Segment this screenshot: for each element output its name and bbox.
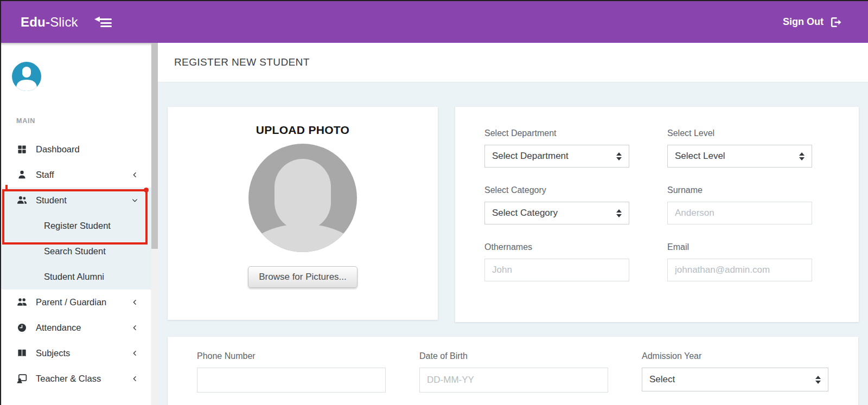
sidebar-item-label: Teacher & Class [36,374,101,384]
book-icon [16,348,28,359]
avatar-person-icon [12,62,41,91]
level-select[interactable]: Select Level [667,145,812,168]
admission-year-select[interactable]: Select [642,368,828,391]
email-input[interactable] [675,259,805,281]
sidebar-item-label: Attendance [36,323,81,333]
top-header: Edu-Slick Sign Out [1,1,868,43]
page-title: REGISTER NEW STUDENT [174,56,310,68]
dob-input-wrap [419,368,608,393]
select-arrows-icon [815,376,821,384]
photo-placeholder[interactable] [248,144,357,252]
brand-logo[interactable]: Edu-Slick [21,15,78,30]
sidebar-item-label: Dashboard [36,144,80,155]
sidebar-item-dashboard[interactable]: Dashboard [1,137,151,162]
brand-light: Slick [50,15,78,29]
top-cards-row: UPLOAD PHOTO Browse for Pictures... Sele… [168,107,859,322]
chevron-left-icon [131,324,138,331]
silhouette-head [275,159,331,230]
othernames-field-group: Othernames [484,242,629,281]
department-select-value: Select Department [492,151,569,162]
sidebar-item-teacher-class[interactable]: Teacher & Class [1,366,151,391]
dob-field-group: Date of Birth [419,351,608,405]
select-arrows-icon [799,152,805,160]
email-field-group: Email [667,242,812,281]
brand-bold: Edu- [21,15,50,29]
sidebar-section-label: MAIN [16,117,35,125]
upload-photo-title: UPLOAD PHOTO [168,124,438,137]
sidebar-scrollbar-thumb[interactable] [151,43,158,249]
sign-out-label: Sign Out [783,16,824,28]
sign-out-icon [829,16,842,29]
sidebar-collapse-button[interactable] [93,16,115,29]
phone-input[interactable] [205,368,378,392]
surname-label: Surname [667,185,812,195]
admission-year-label: Admission Year [642,351,831,361]
sign-out-button[interactable]: Sign Out [783,16,842,29]
upload-photo-card: UPLOAD PHOTO Browse for Pictures... [168,107,438,320]
sidebar-item-label: Register Student [44,221,111,231]
silhouette-torso [248,224,357,252]
sidebar-item-register-student[interactable]: Register Student [1,213,151,239]
people-group-icon [16,195,28,206]
othernames-input-wrap [484,259,629,281]
sidebar-item-label: Subjects [36,348,70,358]
othernames-label: Othernames [484,242,629,252]
sidebar-item-subjects[interactable]: Subjects [1,340,151,366]
grid-icon [16,144,28,155]
level-label: Select Level [667,128,812,138]
chevron-left-icon [131,375,138,382]
surname-field-group: Surname [667,185,812,224]
select-arrows-icon [616,152,622,160]
admission-year-field-group: Admission Year Select [642,351,831,405]
chevron-left-icon [131,299,138,306]
browse-pictures-button[interactable]: Browse for Pictures... [248,266,358,288]
student-expanded-group: Student Register Student Search Student … [1,188,151,290]
sidebar-item-parent-guardian[interactable]: Parent / Guardian [1,290,151,315]
sidebar-item-label: Parent / Guardian [36,297,106,307]
student-details-card: Select Department Select Department Sele… [455,107,859,322]
department-field-group: Select Department Select Department [484,128,629,168]
category-select-value: Select Category [492,208,558,218]
sidebar-item-staff[interactable]: Staff [1,162,151,188]
sidebar-item-search-student[interactable]: Search Student [1,239,151,264]
additional-details-card: Phone Number Date of Birth Admission Yea… [168,337,858,405]
department-label: Select Department [484,128,629,138]
sidebar-item-label: Student Alumni [44,272,104,282]
sidebar-scrollbar[interactable] [151,43,158,405]
dob-input[interactable] [427,368,601,392]
clock-icon [16,322,28,333]
select-arrows-icon [616,209,622,217]
category-label: Select Category [484,185,629,195]
content-area: UPLOAD PHOTO Browse for Pictures... Sele… [158,82,868,405]
phone-label: Phone Number [197,351,386,361]
surname-input[interactable] [675,202,805,224]
collapse-arrow-icon [93,16,115,29]
dob-label: Date of Birth [419,351,608,361]
othernames-input[interactable] [492,259,622,281]
department-select[interactable]: Select Department [484,145,629,168]
chevron-left-icon [131,171,138,178]
app-root: Edu-Slick Sign Out [0,0,868,405]
sidebar-item-student[interactable]: Student [1,188,151,213]
sidebar-item-label: Staff [36,170,54,180]
email-label: Email [667,242,812,252]
user-avatar[interactable] [12,62,41,91]
phone-input-wrap [197,368,386,393]
sidebar-item-label: Search Student [44,246,106,256]
category-field-group: Select Category Select Category [484,185,629,224]
two-people-icon [16,297,28,308]
page-title-bar: REGISTER NEW STUDENT [158,43,868,82]
sidebar-nav: Dashboard Staff [1,137,151,391]
sidebar-item-attendance[interactable]: Attendance [1,315,151,340]
admission-year-select-value: Select [649,374,675,385]
phone-field-group: Phone Number [197,351,386,405]
category-select[interactable]: Select Category [484,202,629,224]
email-input-wrap [667,259,812,281]
student-details-grid: Select Department Select Department Sele… [484,128,859,281]
sidebar-item-student-alumni[interactable]: Student Alumni [1,264,151,290]
person-icon [16,169,28,181]
sidebar: MAIN Dashboard Staff [1,43,151,405]
sidebar-item-label: Student [36,195,67,205]
teacher-board-icon [16,373,28,384]
surname-input-wrap [667,202,812,224]
